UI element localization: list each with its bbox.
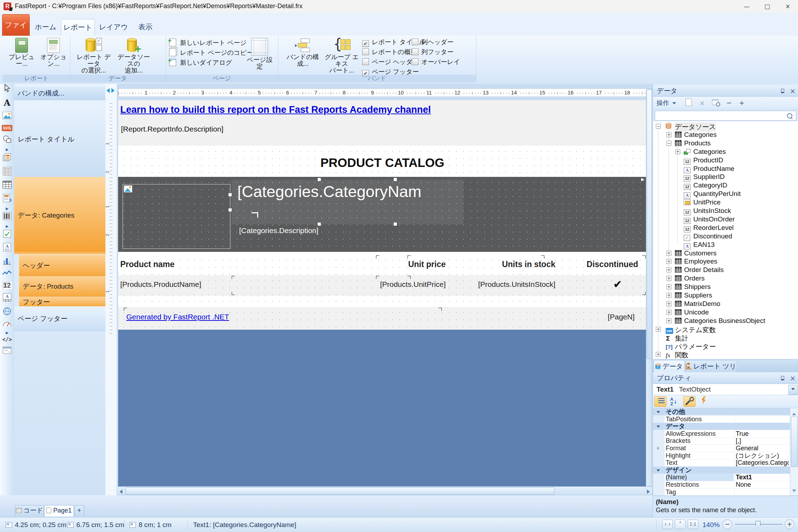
- close-panel-icon[interactable]: ×: [790, 87, 796, 95]
- collapse-node-icon[interactable]: −: [666, 141, 671, 146]
- expand-node-icon[interactable]: +: [666, 276, 671, 281]
- zoom-slider[interactable]: [735, 524, 782, 525]
- property-row-format[interactable]: FormatGeneral: [653, 445, 790, 452]
- products-header-band[interactable]: Product name Unit price Units in stock D…: [118, 255, 647, 275]
- fit-width-icon[interactable]: ‹ ›: [662, 520, 673, 529]
- categories-data-band[interactable]: [Categories.CategoryNam [Categories.Desc…: [118, 177, 647, 252]
- selection-handle[interactable]: [393, 222, 397, 226]
- band-report-title[interactable]: レポート タイトル: [14, 100, 105, 177]
- selection-handle[interactable]: [228, 208, 232, 212]
- group-expert-button[interactable]: { グループ エキス パート...: [323, 37, 360, 75]
- tree-item-suppliers[interactable]: +Suppliers: [653, 291, 798, 300]
- close-button[interactable]: ×: [777, 0, 798, 13]
- category-description-expr[interactable]: [Categories.Description]: [239, 226, 318, 235]
- view-settings-icon[interactable]: [711, 98, 721, 108]
- expand-node-icon[interactable]: +: [656, 352, 661, 357]
- options-button[interactable]: オプション...: [38, 37, 69, 75]
- tree-item-order-details[interactable]: +Order Details: [653, 266, 798, 274]
- band-data-categories[interactable]: データ: Categories: [14, 177, 105, 252]
- tree-item-unitsonorder[interactable]: 12UnitsOnOrder: [653, 215, 798, 224]
- expand-node-icon[interactable]: +: [666, 301, 671, 306]
- band-data-products[interactable]: データ: Products: [19, 276, 106, 297]
- expand-node-icon[interactable]: +: [666, 293, 671, 298]
- property-row-highlight[interactable]: Highlight(コレクション): [653, 452, 790, 459]
- col-units-in-stock[interactable]: Units in stock: [502, 260, 555, 269]
- property-category-8[interactable]: デザイン: [653, 467, 790, 474]
- property-row-text[interactable]: Text[Categories.CategoryN: [653, 459, 790, 467]
- category-name-text-object[interactable]: [Categories.CategoryNam: [232, 180, 463, 224]
- band-header[interactable]: ヘッダー: [19, 255, 106, 276]
- expand-all-icon[interactable]: +: [738, 98, 746, 108]
- svg-icon[interactable]: SVG: [0, 125, 14, 131]
- categorized-view-icon[interactable]: [654, 396, 666, 407]
- property-value[interactable]: [Categories.CategoryN: [736, 459, 789, 467]
- tree-item-categories[interactable]: +Categories: [653, 131, 798, 139]
- cell-units-in-stock[interactable]: [Products.UnitsInStock]: [478, 280, 555, 289]
- pin-icon[interactable]: [780, 88, 785, 93]
- tree-item-ean13[interactable]: AEAN13: [653, 241, 798, 249]
- chart-icon[interactable]: [0, 257, 14, 266]
- new-report-page-item[interactable]: + 新しいレポート ページ: [169, 39, 247, 48]
- pointer-icon[interactable]: [0, 84, 14, 94]
- design-horizontal-scrollbar[interactable]: [117, 486, 653, 495]
- band-expand-icon[interactable]: ▶: [641, 177, 644, 182]
- map-icon[interactable]: [0, 307, 14, 317]
- select-report-data-button[interactable]: ✓ レポート データ の選択...: [76, 37, 111, 75]
- property-row-restrictions[interactable]: RestrictionsNone: [653, 481, 790, 488]
- tree-item-24[interactable]: +varシステム変数: [653, 325, 798, 334]
- band-checkbox-5[interactable]: 列フッター: [412, 48, 453, 57]
- expand-node-icon[interactable]: +: [666, 259, 671, 264]
- code-icon[interactable]: </>: [0, 336, 14, 343]
- band-checkbox-4[interactable]: 列ヘッダー: [412, 39, 453, 47]
- generated-by-link[interactable]: Generated by FastReport .NET: [126, 313, 229, 321]
- zoom-out-button[interactable]: −: [722, 519, 732, 529]
- col-product-name[interactable]: Product name: [120, 260, 174, 269]
- expand-node-icon[interactable]: +: [675, 149, 680, 154]
- col-unit-price[interactable]: Unit price: [408, 260, 446, 269]
- richtext-icon[interactable]: A: [0, 243, 14, 253]
- tab-page1[interactable]: Page1: [44, 505, 74, 516]
- tab-view[interactable]: 表示: [134, 19, 157, 36]
- tree-item-customers[interactable]: +Customers: [653, 249, 798, 258]
- band-footer[interactable]: フッター: [19, 297, 106, 307]
- report-description-expr[interactable]: [Report.ReportInfo.Description]: [121, 125, 223, 133]
- properties-wrench-icon[interactable]: [683, 396, 695, 407]
- delete-icon[interactable]: ×: [698, 98, 707, 108]
- tree-item-reorderlevel[interactable]: 12ReorderLevel: [653, 224, 798, 232]
- property-value[interactable]: Text1: [736, 474, 789, 481]
- discontinued-checkmark[interactable]: ✔: [610, 278, 625, 290]
- tab-data[interactable]: データ: [654, 360, 685, 372]
- expand-node-icon[interactable]: +: [666, 318, 671, 323]
- collapse-all-icon[interactable]: −: [725, 98, 733, 108]
- report-page[interactable]: Learn how to build this report on the Fa…: [118, 100, 647, 330]
- zoom-slider-thumb[interactable]: [756, 521, 761, 528]
- property-row-tag[interactable]: Tag: [653, 488, 790, 496]
- collapse-left-icon[interactable]: [106, 88, 110, 94]
- tree-item-matrixdemo[interactable]: +MatrixDemo: [653, 300, 798, 308]
- configure-bands-button[interactable]: バンドの構成...: [286, 37, 320, 75]
- selection-handle[interactable]: [317, 178, 321, 181]
- scroll-up-icon[interactable]: [792, 410, 796, 417]
- add-datasource-button[interactable]: + データソースの 追加...: [115, 37, 152, 75]
- property-value[interactable]: General: [736, 445, 789, 452]
- new-datasource-icon[interactable]: [684, 98, 693, 108]
- tab-code[interactable]: コード: [15, 505, 44, 516]
- dialog-icon[interactable]: [0, 347, 14, 355]
- flyout-arrow-icon[interactable]: ▶: [0, 329, 14, 335]
- tree-item-orders[interactable]: +Orders: [653, 274, 798, 283]
- tree-item-categories[interactable]: +Categories: [653, 148, 798, 156]
- text-icon[interactable]: A: [0, 98, 14, 108]
- property-grid-scrollbar[interactable]: [790, 408, 798, 496]
- minimize-button[interactable]: —: [736, 0, 757, 13]
- pin-icon[interactable]: [780, 376, 785, 381]
- tree-item-productid[interactable]: 12ProductID: [653, 156, 798, 164]
- configure-bands-panel-header[interactable]: バンドの構成...: [14, 87, 105, 100]
- expand-node-icon[interactable]: +: [666, 251, 671, 256]
- band-checkbox-2[interactable]: ページ ヘッダー: [362, 58, 419, 67]
- catalog-title-area[interactable]: PRODUCT CATALOG: [118, 146, 647, 177]
- tree-item-27[interactable]: +fx関数: [653, 350, 798, 359]
- property-value[interactable]: True: [736, 430, 789, 438]
- scroll-down-icon[interactable]: [792, 487, 796, 493]
- category-picture-object[interactable]: [122, 184, 231, 249]
- tree-item-unicode[interactable]: +Unicode: [653, 308, 798, 317]
